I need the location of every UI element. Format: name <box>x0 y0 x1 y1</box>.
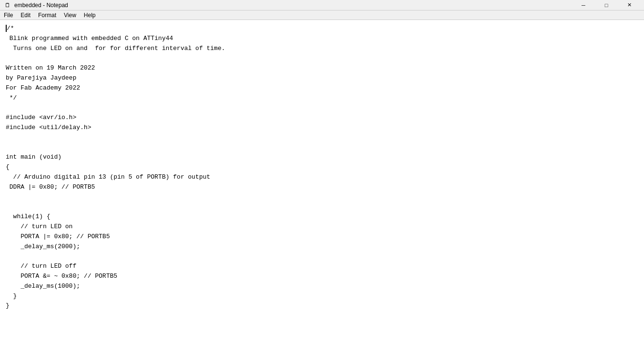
window-controls: ─ □ ✕ <box>572 0 640 10</box>
window-title: embedded - Notepad <box>14 2 572 9</box>
close-button[interactable]: ✕ <box>618 0 640 10</box>
menu-bar: File Edit Format View Help <box>0 10 644 20</box>
menu-edit[interactable]: Edit <box>17 10 34 20</box>
title-bar: 🗒 embedded - Notepad ─ □ ✕ <box>0 0 644 10</box>
notepad-icon: 🗒 <box>4 1 11 9</box>
maximize-button[interactable]: □ <box>595 0 617 10</box>
editor-content-area[interactable]: /* Blink programmed with embedded C on A… <box>0 20 644 343</box>
menu-format[interactable]: Format <box>34 10 60 20</box>
menu-help[interactable]: Help <box>80 10 100 20</box>
text-cursor <box>6 25 7 32</box>
menu-file[interactable]: File <box>0 10 17 20</box>
minimize-button[interactable]: ─ <box>572 0 594 10</box>
menu-view[interactable]: View <box>60 10 80 20</box>
